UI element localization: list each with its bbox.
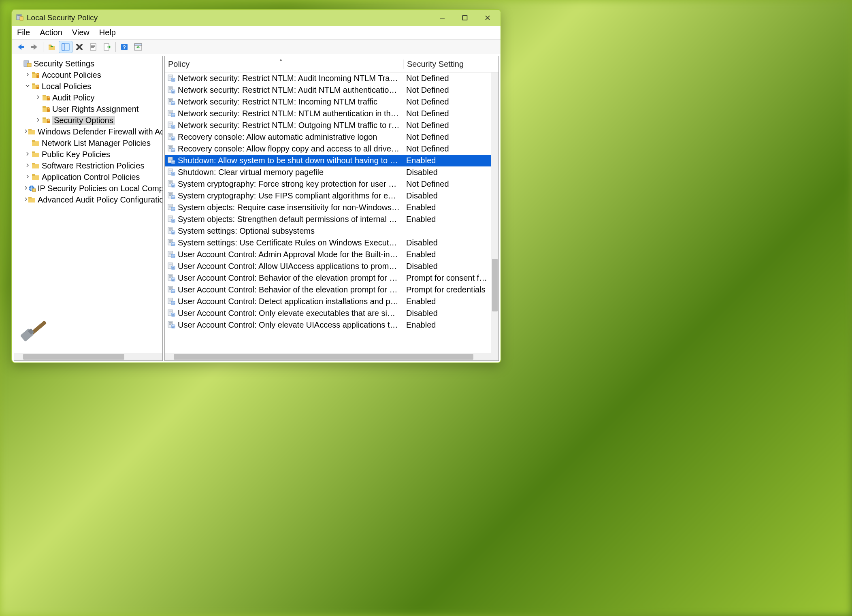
svg-rect-23 (32, 72, 35, 74)
policy-row[interactable]: 10User Account Control: Only elevate exe… (165, 307, 498, 319)
policy-name: User Account Control: Admin Approval Mod… (178, 250, 402, 259)
menu-action[interactable]: Action (39, 27, 63, 38)
policy-name: System settings: Optional subsystems (178, 226, 402, 236)
policy-row[interactable]: 10Network security: Restrict NTLM: NTLM … (165, 108, 498, 119)
tree-root[interactable]: ▸ Security Settings (14, 58, 162, 69)
column-header-setting[interactable]: Security Setting (404, 60, 498, 69)
policy-name: System objects: Require case insensitivi… (178, 203, 402, 212)
app-icon (16, 13, 23, 23)
properties-button[interactable] (86, 41, 100, 53)
tree-horizontal-scrollbar[interactable] (14, 353, 162, 360)
delete-button[interactable] (72, 41, 86, 53)
menu-file[interactable]: File (16, 27, 31, 38)
list-vertical-scrollbar[interactable] (491, 72, 498, 353)
expand-icon[interactable] (24, 174, 31, 180)
scroll-thumb[interactable] (23, 354, 124, 360)
policy-row[interactable]: 10Network security: Restrict NTLM: Audit… (165, 84, 498, 96)
tree-item[interactable]: ›Network List Manager Policies (14, 137, 162, 149)
up-one-level-button[interactable] (45, 41, 59, 53)
policy-row[interactable]: 10User Account Control: Admin Approval M… (165, 249, 498, 260)
policy-row[interactable]: 10User Account Control: Allow UIAccess a… (165, 260, 498, 272)
policy-list[interactable]: 10Network security: Restrict NTLM: Audit… (165, 72, 498, 353)
menu-view[interactable]: View (71, 27, 90, 38)
list-header[interactable]: ▴ Policy Security Setting (165, 56, 498, 72)
policy-row[interactable]: 10User Account Control: Only elevate UIA… (165, 319, 498, 331)
expand-icon[interactable] (24, 163, 31, 168)
policy-row[interactable]: 10Network security: Restrict NTLM: Outgo… (165, 119, 498, 131)
expand-icon[interactable] (24, 197, 28, 202)
policy-icon: 10 (167, 157, 176, 165)
tree-item[interactable]: Software Restriction Policies (14, 160, 162, 171)
scroll-thumb[interactable] (492, 259, 498, 311)
tree-item[interactable]: Advanced Audit Policy Configuration (14, 194, 162, 205)
tree-item[interactable]: Account Policies (14, 69, 162, 81)
policy-row[interactable]: 10System objects: Require case insensiti… (165, 202, 498, 213)
sort-indicator-icon: ▴ (280, 57, 282, 62)
content-panes: ▸ Security Settings Account PoliciesLoca… (12, 54, 501, 362)
tree-item[interactable]: Application Control Policies (14, 171, 162, 183)
svg-rect-63 (169, 90, 171, 90)
svg-rect-134 (169, 229, 172, 230)
expand-icon[interactable] (24, 83, 31, 89)
policy-row[interactable]: 10Network security: Restrict NTLM: Audit… (165, 72, 498, 84)
forward-button[interactable] (28, 41, 41, 53)
svg-rect-115 (169, 193, 172, 194)
svg-rect-152 (169, 264, 172, 265)
policy-row[interactable]: 10Recovery console: Allow automatic admi… (165, 131, 498, 143)
svg-rect-181 (169, 322, 172, 323)
expand-icon[interactable] (24, 185, 28, 191)
back-button[interactable] (14, 41, 28, 53)
tree-item[interactable]: Public Key Policies (14, 149, 162, 160)
policy-row[interactable]: 10System cryptography: Use FIPS complian… (165, 190, 498, 202)
policy-value: Prompt for credentials (402, 285, 488, 294)
policy-row[interactable]: 10Recovery console: Allow floppy copy an… (165, 143, 498, 155)
svg-text:10: 10 (172, 290, 175, 292)
column-header-policy[interactable]: Policy (165, 60, 404, 69)
policy-row[interactable]: 10System settings: Use Certificate Rules… (165, 237, 498, 249)
policy-row[interactable]: 10User Account Control: Behavior of the … (165, 284, 498, 296)
scroll-thumb[interactable] (174, 354, 473, 360)
expand-icon[interactable] (24, 151, 31, 157)
policy-row[interactable]: 10System objects: Strengthen default per… (165, 213, 498, 225)
svg-rect-57 (169, 78, 171, 78)
svg-rect-145 (169, 252, 172, 252)
tree-item[interactable]: Audit Policy (14, 92, 162, 103)
policy-row[interactable]: 10Network security: Restrict NTLM: Incom… (165, 96, 498, 108)
expand-icon[interactable] (34, 117, 42, 123)
svg-rect-87 (169, 136, 171, 137)
tree-item[interactable]: Local Policies (14, 81, 162, 92)
expand-icon[interactable] (34, 95, 42, 100)
svg-rect-74 (169, 112, 172, 112)
svg-text:10: 10 (172, 302, 175, 304)
tree-item[interactable]: Windows Defender Firewall with Advan (14, 126, 162, 137)
svg-text:10: 10 (172, 102, 175, 104)
maximize-button[interactable] (454, 10, 476, 26)
svg-rect-159 (169, 277, 171, 278)
tree-item[interactable]: Security Options (14, 115, 162, 126)
nav-tree[interactable]: ▸ Security Settings Account PoliciesLoca… (14, 56, 162, 353)
titlebar[interactable]: Local Security Policy (12, 10, 501, 26)
policy-row[interactable]: 10System settings: Optional subsystems (165, 225, 498, 237)
refresh-button[interactable] (131, 41, 145, 53)
export-list-button[interactable] (100, 41, 114, 53)
help-button[interactable]: ? (117, 41, 131, 53)
show-hide-tree-button[interactable] (59, 41, 72, 53)
svg-rect-10 (62, 44, 64, 50)
tree-item[interactable]: IP Security Policies on Local Computer (14, 183, 162, 194)
expand-icon[interactable] (24, 129, 28, 134)
policy-row[interactable]: 10Shutdown: Allow system to be shut down… (165, 155, 498, 166)
policy-row[interactable]: 10System cryptography: Force strong key … (165, 178, 498, 190)
policy-row[interactable]: 10User Account Control: Detect applicati… (165, 296, 498, 307)
svg-rect-56 (169, 77, 172, 77)
svg-rect-128 (169, 217, 172, 218)
menu-help[interactable]: Help (98, 27, 117, 38)
minimize-button[interactable] (431, 10, 454, 26)
svg-rect-13 (91, 46, 95, 47)
close-button[interactable] (476, 10, 499, 26)
tree-item[interactable]: ›User Rights Assignment (14, 103, 162, 115)
policy-row[interactable]: 10User Account Control: Behavior of the … (165, 272, 498, 284)
expand-icon[interactable] (24, 72, 31, 78)
policy-row[interactable]: 10Shutdown: Clear virtual memory pagefil… (165, 166, 498, 178)
policy-name: User Account Control: Allow UIAccess app… (178, 262, 402, 271)
list-horizontal-scrollbar[interactable] (165, 353, 498, 360)
